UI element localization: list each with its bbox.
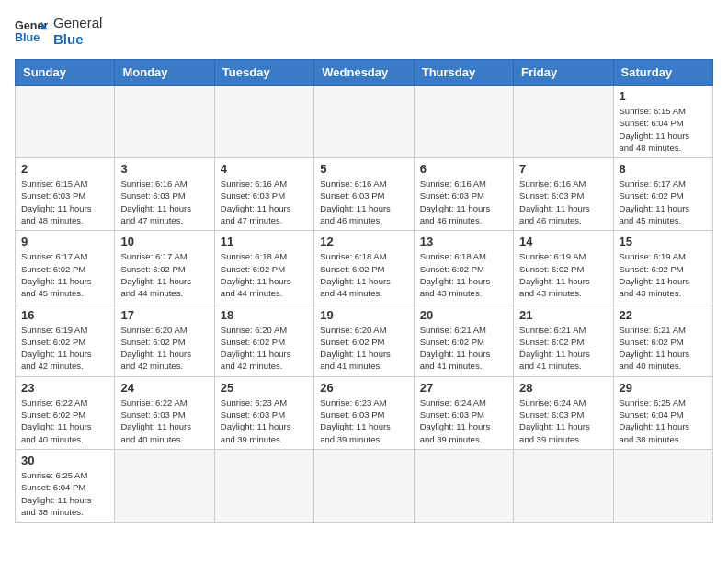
day-number: 1 [620,89,707,103]
day-info: Sunrise: 6:16 AM Sunset: 6:03 PM Dayligh… [420,178,507,226]
day-number: 25 [221,381,308,395]
day-number: 24 [120,381,208,395]
day-number: 23 [21,381,108,395]
logo-general-text: General [53,15,102,31]
day-info: Sunrise: 6:24 AM Sunset: 6:03 PM Dayligh… [519,396,607,445]
day-number: 15 [620,235,707,248]
page-header: General Blue General Blue [15,15,713,48]
calendar-cell: 24Sunrise: 6:22 AM Sunset: 6:03 PM Dayli… [115,376,214,449]
day-number: 12 [320,235,407,248]
day-info: Sunrise: 6:16 AM Sunset: 6:03 PM Dayligh… [120,178,208,226]
calendar-cell: 16Sunrise: 6:19 AM Sunset: 6:02 PM Dayli… [16,304,115,376]
day-number: 30 [21,454,108,467]
col-header-friday: Friday [514,60,613,86]
calendar-week-row: 30Sunrise: 6:25 AM Sunset: 6:04 PM Dayli… [16,449,713,522]
calendar-cell: 21Sunrise: 6:21 AM Sunset: 6:02 PM Dayli… [514,304,613,376]
day-number: 16 [21,308,108,322]
day-number: 7 [519,162,607,176]
calendar-cell [514,86,613,158]
day-info: Sunrise: 6:21 AM Sunset: 6:02 PM Dayligh… [420,324,507,373]
calendar-week-row: 16Sunrise: 6:19 AM Sunset: 6:02 PM Dayli… [16,304,713,376]
day-number: 22 [620,308,707,322]
calendar-cell [314,449,414,522]
calendar-cell: 18Sunrise: 6:20 AM Sunset: 6:02 PM Dayli… [214,304,313,376]
day-info: Sunrise: 6:20 AM Sunset: 6:02 PM Dayligh… [221,324,308,373]
day-info: Sunrise: 6:21 AM Sunset: 6:02 PM Dayligh… [620,324,707,373]
day-number: 20 [420,308,507,322]
day-number: 19 [320,308,407,322]
calendar-cell: 2Sunrise: 6:15 AM Sunset: 6:03 PM Daylig… [16,158,115,231]
day-info: Sunrise: 6:19 AM Sunset: 6:02 PM Dayligh… [519,250,607,299]
calendar-cell: 23Sunrise: 6:22 AM Sunset: 6:02 PM Dayli… [16,376,115,449]
logo-blue-text: Blue [53,31,102,48]
day-info: Sunrise: 6:16 AM Sunset: 6:03 PM Dayligh… [519,178,607,226]
calendar-cell [214,449,313,522]
day-number: 4 [221,162,308,176]
calendar-cell: 19Sunrise: 6:20 AM Sunset: 6:02 PM Dayli… [314,304,414,376]
day-info: Sunrise: 6:20 AM Sunset: 6:02 PM Dayligh… [120,324,208,373]
calendar-cell: 7Sunrise: 6:16 AM Sunset: 6:03 PM Daylig… [514,158,613,231]
calendar-cell: 4Sunrise: 6:16 AM Sunset: 6:03 PM Daylig… [214,158,313,231]
calendar-cell: 29Sunrise: 6:25 AM Sunset: 6:04 PM Dayli… [613,376,712,449]
calendar-cell: 30Sunrise: 6:25 AM Sunset: 6:04 PM Dayli… [16,449,115,522]
day-info: Sunrise: 6:16 AM Sunset: 6:03 PM Dayligh… [320,178,407,226]
day-info: Sunrise: 6:22 AM Sunset: 6:02 PM Dayligh… [21,396,108,445]
logo-icon: General Blue [15,15,48,48]
col-header-saturday: Saturday [613,60,712,86]
calendar-cell: 8Sunrise: 6:17 AM Sunset: 6:02 PM Daylig… [613,158,712,231]
calendar-cell [613,449,712,522]
calendar-cell [314,86,414,158]
day-info: Sunrise: 6:16 AM Sunset: 6:03 PM Dayligh… [221,178,308,226]
calendar-cell [214,86,313,158]
col-header-thursday: Thursday [414,60,513,86]
calendar-cell: 20Sunrise: 6:21 AM Sunset: 6:02 PM Dayli… [414,304,513,376]
day-info: Sunrise: 6:21 AM Sunset: 6:02 PM Dayligh… [519,324,607,373]
calendar-cell [16,86,115,158]
calendar-cell: 1Sunrise: 6:15 AM Sunset: 6:04 PM Daylig… [613,86,712,158]
calendar-cell [414,449,513,522]
calendar-header-row: SundayMondayTuesdayWednesdayThursdayFrid… [16,60,713,86]
day-info: Sunrise: 6:15 AM Sunset: 6:03 PM Dayligh… [21,178,108,226]
day-number: 18 [221,308,308,322]
day-info: Sunrise: 6:17 AM Sunset: 6:02 PM Dayligh… [620,178,707,226]
day-number: 13 [420,235,507,248]
day-number: 11 [221,235,308,248]
day-number: 14 [519,235,607,248]
day-info: Sunrise: 6:17 AM Sunset: 6:02 PM Dayligh… [120,250,208,299]
day-info: Sunrise: 6:15 AM Sunset: 6:04 PM Dayligh… [620,105,707,154]
calendar-cell: 3Sunrise: 6:16 AM Sunset: 6:03 PM Daylig… [115,158,214,231]
svg-text:Blue: Blue [15,31,40,44]
calendar-week-row: 1Sunrise: 6:15 AM Sunset: 6:04 PM Daylig… [16,86,713,158]
day-info: Sunrise: 6:19 AM Sunset: 6:02 PM Dayligh… [21,324,108,373]
day-info: Sunrise: 6:23 AM Sunset: 6:03 PM Dayligh… [320,396,407,445]
calendar-cell: 25Sunrise: 6:23 AM Sunset: 6:03 PM Dayli… [214,376,313,449]
col-header-tuesday: Tuesday [214,60,313,86]
day-info: Sunrise: 6:19 AM Sunset: 6:02 PM Dayligh… [620,250,707,299]
col-header-monday: Monday [115,60,214,86]
calendar-cell: 13Sunrise: 6:18 AM Sunset: 6:02 PM Dayli… [414,231,513,304]
calendar-cell: 5Sunrise: 6:16 AM Sunset: 6:03 PM Daylig… [314,158,414,231]
calendar-cell: 17Sunrise: 6:20 AM Sunset: 6:02 PM Dayli… [115,304,214,376]
day-number: 6 [420,162,507,176]
day-number: 28 [519,381,607,395]
calendar-cell: 27Sunrise: 6:24 AM Sunset: 6:03 PM Dayli… [414,376,513,449]
calendar-cell: 11Sunrise: 6:18 AM Sunset: 6:02 PM Dayli… [214,231,313,304]
calendar-cell [115,86,214,158]
calendar-week-row: 9Sunrise: 6:17 AM Sunset: 6:02 PM Daylig… [16,231,713,304]
calendar-cell: 10Sunrise: 6:17 AM Sunset: 6:02 PM Dayli… [115,231,214,304]
day-info: Sunrise: 6:18 AM Sunset: 6:02 PM Dayligh… [221,250,308,299]
calendar-week-row: 23Sunrise: 6:22 AM Sunset: 6:02 PM Dayli… [16,376,713,449]
calendar-cell: 12Sunrise: 6:18 AM Sunset: 6:02 PM Dayli… [314,231,414,304]
calendar-cell [514,449,613,522]
day-info: Sunrise: 6:23 AM Sunset: 6:03 PM Dayligh… [221,396,308,445]
day-number: 10 [120,235,208,248]
col-header-wednesday: Wednesday [314,60,414,86]
calendar-cell: 22Sunrise: 6:21 AM Sunset: 6:02 PM Dayli… [613,304,712,376]
calendar-table: SundayMondayTuesdayWednesdayThursdayFrid… [15,59,713,523]
logo: General Blue General Blue [15,15,102,48]
calendar-cell [414,86,513,158]
day-number: 26 [320,381,407,395]
day-number: 9 [21,235,108,248]
day-number: 2 [21,162,108,176]
day-number: 29 [620,381,707,395]
